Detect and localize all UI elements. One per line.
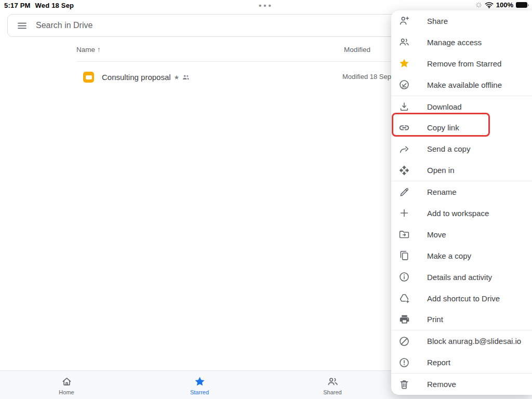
tab-shared[interactable]: Shared [266, 371, 399, 399]
file-modified-date: Modified 18 Sep [342, 73, 391, 81]
report-icon [398, 356, 410, 369]
menu-item-download[interactable]: Download [391, 96, 532, 117]
people-icon [398, 36, 410, 48]
home-icon [61, 376, 73, 388]
starred-badge-icon: ★ [174, 74, 180, 81]
copy-pages-icon [398, 249, 410, 262]
menu-item-remove-from-starred[interactable]: Remove from Starred [391, 53, 532, 74]
column-header-name[interactable]: Name↑ [76, 46, 101, 54]
tab-home[interactable]: Home [0, 371, 133, 399]
tab-shared-label: Shared [323, 389, 341, 395]
shared-icon [327, 376, 339, 388]
shared-people-icon [182, 74, 190, 80]
menu-item-move[interactable]: Move [391, 224, 532, 245]
tab-starred-label: Starred [190, 389, 209, 395]
star-icon [398, 57, 410, 70]
menu-item-share[interactable]: Share [391, 10, 532, 32]
trash-icon [398, 378, 410, 391]
menu-item-print[interactable]: Print [391, 309, 532, 330]
menu-item-add-to-workspace[interactable]: Add to workspace [391, 203, 532, 224]
context-menu: Share Manage access Remove from Starred [391, 10, 532, 395]
menu-item-make-available-offline[interactable]: Make available offline [391, 74, 532, 96]
status-indicators: 100% [475, 1, 529, 9]
download-icon [398, 100, 410, 113]
status-bar: 5:17 PMWed 18 Sep ••• 100% [0, 0, 532, 11]
offline-pin-icon [398, 78, 410, 91]
menu-item-copy-link[interactable]: Copy link [391, 117, 532, 138]
pencil-icon [398, 186, 410, 198]
menu-item-remove[interactable]: Remove [391, 373, 532, 395]
folder-move-icon [398, 228, 410, 241]
menu-item-report[interactable]: Report [391, 352, 532, 373]
printer-icon [398, 313, 410, 326]
battery-percent: 100% [496, 1, 513, 9]
sort-ascending-icon: ↑ [97, 46, 101, 54]
slides-file-icon [83, 72, 94, 83]
menu-item-make-a-copy[interactable]: Make a copy [391, 245, 532, 267]
battery-icon [516, 2, 529, 8]
activity-spinner-icon [475, 2, 482, 8]
menu-item-open-in[interactable]: Open in [391, 159, 532, 181]
menu-item-details-and-activity[interactable]: Details and activity [391, 267, 532, 288]
link-icon [398, 122, 410, 134]
menu-item-add-shortcut-to-drive[interactable]: Add shortcut to Drive [391, 288, 532, 309]
menu-item-block-user[interactable]: Block anurag.b@slidesai.io [391, 330, 532, 352]
menu-item-rename[interactable]: Rename [391, 181, 532, 203]
multitask-handle-icon[interactable]: ••• [0, 1, 532, 10]
info-icon [398, 271, 410, 283]
wifi-icon [485, 2, 494, 8]
menu-item-send-a-copy[interactable]: Send a copy [391, 138, 532, 159]
tab-home-label: Home [59, 389, 74, 395]
drive-add-icon [398, 292, 410, 304]
plus-icon [398, 207, 410, 219]
column-header-modified[interactable]: Modified [344, 46, 370, 54]
search-input[interactable]: Search in Drive [36, 21, 92, 30]
tab-starred[interactable]: Starred [133, 371, 266, 399]
file-title-group: Consulting proposal ★ [102, 69, 190, 86]
starred-icon [194, 376, 206, 388]
forward-arrow-icon [398, 143, 410, 155]
person-add-icon [398, 15, 410, 27]
hamburger-menu-icon[interactable] [17, 20, 28, 31]
block-icon [398, 335, 410, 348]
menu-item-manage-access[interactable]: Manage access [391, 32, 532, 53]
open-with-icon [398, 164, 410, 177]
file-name: Consulting proposal [102, 73, 171, 82]
